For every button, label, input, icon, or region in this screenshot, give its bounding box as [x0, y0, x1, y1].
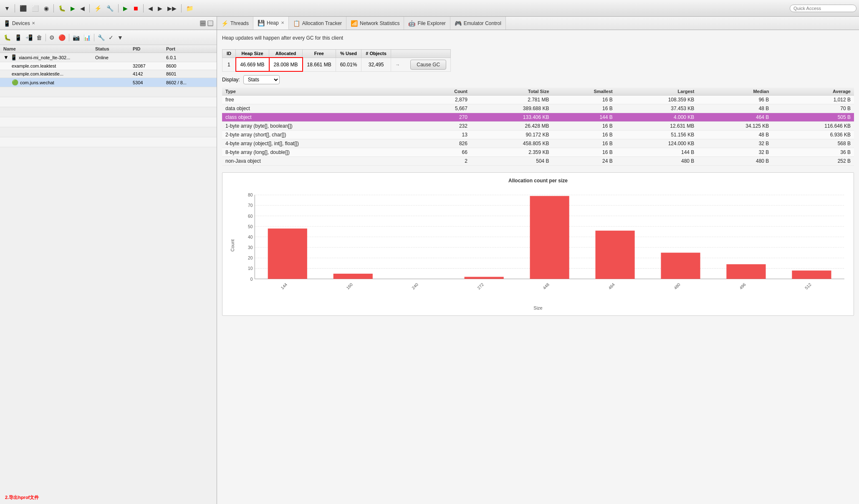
toolbar-btn-1[interactable]: ⬛: [18, 4, 28, 13]
device-btn-chart[interactable]: 📊: [82, 33, 92, 42]
cause-gc-button[interactable]: Cause GC: [410, 60, 446, 70]
tab-heap[interactable]: 💾 Heap ✕: [253, 17, 289, 30]
toolbar-btn-play[interactable]: ▶: [121, 4, 129, 13]
tab-threads[interactable]: ⚡ Threads: [217, 17, 253, 30]
cell-r4-c5: 48 B: [697, 131, 772, 139]
tab-allocation[interactable]: 📋 Allocation Tracker: [289, 17, 346, 30]
dev-sep-1: [45, 34, 46, 41]
device-row-empty-1: [0, 87, 217, 97]
cell-r2-c0: class object: [222, 113, 421, 122]
toolbar-btn-11[interactable]: ▶▶: [166, 4, 178, 13]
network-label: Network Statistics: [360, 20, 399, 26]
svg-text:496: 496: [738, 282, 747, 290]
cell-r3-c4: 12.631 MB: [616, 122, 698, 131]
chart-svg: 0102030405060708014416024027244846448049…: [236, 187, 849, 304]
device-pid-2: 4142: [133, 71, 166, 76]
devices-tab-bar: 📱 Devices ✕ — ⬜: [0, 17, 217, 30]
cell-r7-c6: 252 B: [772, 157, 854, 166]
devices-tab-icon: 📱: [3, 20, 10, 27]
heap-info-message: Heap updates will happen after every GC …: [222, 33, 854, 43]
tab-emulator-control[interactable]: 🎮 Emulator Control: [450, 17, 506, 30]
svg-text:240: 240: [411, 282, 419, 290]
col-heap-size: Heap Size: [236, 50, 269, 58]
devices-tab-close-btn[interactable]: ✕: [32, 21, 35, 25]
th-type: Type: [222, 88, 421, 96]
device-row-0[interactable]: ▼ 📱 xiaomi-mi_note_lte-302... Online 6.0…: [0, 53, 217, 62]
table-row[interactable]: data object5,667389.688 KB16 B37.453 KB4…: [222, 104, 854, 113]
device-row-3[interactable]: 🟢 com.juns.wechat 5304 8602 / 8...: [0, 78, 217, 87]
quick-access-input[interactable]: [790, 5, 856, 12]
cell-r5-c1: 826: [421, 139, 471, 148]
toolbar-sep-5: [143, 4, 144, 13]
heap-stats-table: ID Heap Size Allocated Free % Used # Obj…: [222, 49, 451, 72]
cell-r6-c0: 8-byte array (long[], double[]): [222, 148, 421, 157]
device-btn-cam[interactable]: 📷: [71, 33, 81, 42]
device-btn-4[interactable]: ⚙: [48, 33, 56, 42]
toolbar-btn-run[interactable]: ▶: [69, 4, 77, 13]
col-header-pid: PID: [133, 46, 166, 51]
toolbar-btn-2[interactable]: ⬜: [30, 4, 40, 13]
cell-r0-c5: 96 B: [697, 96, 772, 104]
toolbar-sep-4: [118, 4, 119, 13]
device-btn-stop[interactable]: 🔴: [57, 33, 67, 42]
table-row[interactable]: free2,8792.781 MB16 B108.359 KB96 B1,012…: [222, 96, 854, 104]
toolbar-btn-3[interactable]: ◉: [42, 4, 51, 13]
tab-file-explorer[interactable]: 🤖 File Explorer: [404, 17, 450, 30]
toolbar-btn-run2[interactable]: ◀: [78, 4, 86, 13]
cell-r0-c1: 2,879: [421, 96, 471, 104]
toolbar-btn-5[interactable]: ⚡: [93, 4, 103, 13]
cell-r1-c0: data object: [222, 104, 421, 113]
table-row[interactable]: 4-byte array (object[], int[], float[])8…: [222, 139, 854, 148]
file-explorer-label: File Explorer: [417, 20, 445, 26]
cell-r2-c4: 4.000 KB: [616, 113, 698, 122]
toolbar-btn-9[interactable]: ◀: [147, 4, 154, 13]
arrow-indicator: →: [395, 62, 400, 67]
right-panel: ⚡ Threads 💾 Heap ✕ 📋 Allocation Tracker …: [217, 17, 859, 504]
toolbar-btn-stop[interactable]: ⏹: [131, 4, 140, 13]
panel-minimize-btn[interactable]: —: [200, 20, 206, 26]
device-row-1[interactable]: example.com.leaktest 32087 8600: [0, 62, 217, 70]
table-row[interactable]: class object270133.406 KB144 B4.000 KB46…: [222, 113, 854, 122]
tab-network-stats[interactable]: 📶 Network Statistics: [346, 17, 404, 30]
device-btn-down[interactable]: ▼: [116, 33, 124, 42]
heap-tab-close[interactable]: ✕: [281, 20, 284, 25]
device-row-2[interactable]: example.com.leaktestle... 4142 8601: [0, 70, 217, 78]
main-layout: 📱 Devices ✕ — ⬜ 🐛 📱 📲 🗑 ⚙ 🔴 📷 📊 🔧: [0, 17, 859, 504]
device-btn-1[interactable]: 📱: [13, 33, 23, 42]
device-btn-check[interactable]: ✓: [107, 33, 115, 42]
display-select[interactable]: Stats Allocation: [243, 75, 280, 84]
table-row[interactable]: 1-byte array (byte[], boolean[])23226.42…: [222, 122, 854, 131]
toolbar-btn-folder[interactable]: 📁: [184, 4, 195, 13]
toolbar-btn-10[interactable]: ▶: [156, 4, 164, 13]
emulator-icon: 🎮: [455, 20, 462, 27]
cell-r4-c3: 16 B: [553, 131, 616, 139]
device-name-3: com.juns.wechat: [20, 80, 54, 85]
svg-text:80: 80: [248, 193, 253, 197]
chart-title: Allocation count per size: [227, 178, 849, 184]
table-row[interactable]: 2-byte array (short[], char[])1390.172 K…: [222, 131, 854, 139]
debug-device-btn[interactable]: 🐛: [3, 33, 12, 42]
toolbar-dropdown-btn[interactable]: ▼: [3, 4, 12, 13]
cell-r5-c4: 124.000 KB: [616, 139, 698, 148]
device-btn-wrench[interactable]: 🔧: [96, 33, 106, 42]
device-btn-3[interactable]: 🗑: [35, 33, 43, 42]
cell-r1-c6: 70 B: [772, 104, 854, 113]
table-row[interactable]: 8-byte array (long[], double[])662.359 K…: [222, 148, 854, 157]
device-btn-2[interactable]: 📲: [24, 33, 34, 42]
cell-r7-c5: 480 B: [697, 157, 772, 166]
cell-r5-c2: 458.805 KB: [471, 139, 553, 148]
allocation-icon: 📋: [293, 20, 300, 27]
toolbar-btn-6[interactable]: 🔧: [105, 4, 115, 13]
toolbar-btn-debug[interactable]: 🐛: [57, 4, 67, 13]
heap-content: Heap updates will happen after every GC …: [217, 30, 859, 504]
device-row-empty-2: [0, 97, 217, 107]
svg-text:464: 464: [607, 282, 616, 290]
col-free: Free: [303, 50, 336, 58]
data-table-body: free2,8792.781 MB16 B108.359 KB96 B1,012…: [222, 96, 854, 166]
svg-text:20: 20: [248, 256, 253, 260]
table-row[interactable]: non-Java object2504 B24 B480 B480 B252 B: [222, 157, 854, 166]
svg-text:0: 0: [250, 277, 253, 282]
panel-restore-btn[interactable]: ⬜: [207, 20, 213, 26]
svg-text:10: 10: [248, 266, 253, 271]
cell-r3-c5: 34.125 KB: [697, 122, 772, 131]
